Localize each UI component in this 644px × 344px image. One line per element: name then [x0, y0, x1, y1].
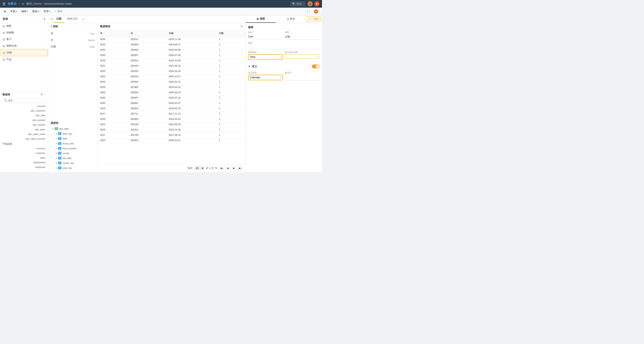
search-bar[interactable]: 🔍 搜索... — [290, 1, 306, 6]
add-tab-button[interactable]: + — [80, 16, 86, 22]
fullscreen-button[interactable]: ⛶ — [306, 9, 311, 14]
entity-icon-sales: ⊞ — [2, 24, 5, 28]
entity-icon-sales-area: ⊞ — [2, 44, 5, 48]
toolbar-query[interactable]: ✓ 查询 — [53, 9, 64, 14]
default-hier-select[interactable]: ▾ — [285, 54, 320, 59]
per-page-select[interactable]: 20 50 100 — [194, 166, 204, 170]
expand-icon-4: ▶ — [56, 147, 57, 149]
tag-field: 标签 日期 — [285, 31, 320, 40]
table-cell: 1 — [216, 52, 245, 58]
sidebar-item-reseller[interactable]: ⊞ 经销商 — [0, 29, 48, 36]
toolbar-data-label: 数据 — [32, 9, 38, 13]
right-tab-data[interactable]: [] 数据 — [276, 15, 306, 23]
sidebar-item-product[interactable]: ⊞ 产品 — [0, 56, 48, 63]
toolbar-data[interactable]: 数据 ▾ — [31, 9, 41, 14]
toolbar-edit[interactable]: 编辑 ▾ — [20, 9, 30, 14]
hier-item-month[interactable]: 月 Month — [48, 37, 97, 43]
dim-type-select[interactable]: Time ▾ — [248, 54, 283, 60]
table-cell: 2021-03-18 — [166, 63, 216, 68]
dim-item-date[interactable]: ▶ D date — [48, 136, 97, 141]
table-search-box[interactable]: 🔍 — [2, 98, 45, 103]
table-item-adv-customer[interactable]: adv_customer — [0, 108, 48, 113]
back-icon[interactable]: ‹ — [19, 2, 20, 5]
hier-item-year[interactable]: 年 Year — [48, 30, 97, 37]
table-row: 20202020012020-01-071 — [98, 100, 245, 106]
table-cell: 1 — [216, 116, 245, 122]
table-item-adv-product[interactable]: adv_product — [0, 118, 48, 122]
dim-item-adv-date[interactable]: ▶ E adv_date — [48, 126, 97, 131]
table-cell: 1 — [216, 79, 245, 84]
menu-icon[interactable]: ☰ — [2, 2, 6, 6]
default-hier-field: 默认层次结构 ▾ — [285, 51, 320, 60]
prev-page-button[interactable]: ◀ — [225, 166, 230, 171]
col-header-month: 月 — [128, 30, 166, 37]
hier-item-date[interactable]: 日期 Date — [48, 43, 97, 50]
refresh-tables-button[interactable]: ↻ — [41, 93, 43, 96]
dim-label-full-date: full_date — [62, 157, 95, 159]
table-item-adv-sales-territory[interactable]: adv_sales_territory — [0, 136, 48, 141]
first-page-button[interactable]: |◀ — [218, 166, 224, 171]
sidebar-title: 实体 — [2, 17, 8, 21]
tag-label: 标签 — [285, 31, 320, 34]
table-cell: 1 — [216, 68, 245, 74]
table-cell: 2019 — [98, 127, 128, 132]
toolbar-grid-icon[interactable]: ⊞ — [2, 9, 8, 14]
entity-label-sales: 销售 — [6, 24, 12, 28]
sidebar-item-sales-area[interactable]: ⊞ 销售区域 — [0, 42, 48, 49]
attr-button[interactable]: ↗ ↗ 属性 — [306, 16, 321, 22]
dim-item-year-key[interactable]: ▶ D year_key — [48, 165, 97, 170]
sidebar-item-customer[interactable]: ⊞ 客户 — [0, 36, 48, 42]
tab-date[interactable]: 日期 — [53, 15, 64, 23]
table-item-employee[interactable]: employee — [0, 165, 48, 169]
toolbar-manage[interactable]: 管理 ▾ — [42, 9, 52, 14]
toolbar-general[interactable]: 常规 ▾ — [8, 9, 19, 14]
dim-item-fiscal-year[interactable]: ▶ D fiscal_year — [48, 141, 97, 146]
dim-table-header: 维度表 — [48, 120, 97, 126]
right-tab-dimension[interactable]: ⊞ 维度 — [246, 15, 276, 23]
table-item-customer[interactable]: customer — [0, 151, 48, 155]
table-item-days[interactable]: days — [0, 155, 48, 160]
settings-icon[interactable]: ⚙ — [22, 2, 24, 5]
toolbar-user-icon[interactable]: U — [312, 8, 320, 14]
next-page-button[interactable]: ▶ — [231, 166, 236, 171]
dim-item-month-key[interactable]: ▶ D month_key — [48, 160, 97, 165]
sidebar-item-sales[interactable]: ⊞ 销售 — [0, 23, 48, 29]
table-item-adv-date[interactable]: adv_date — [0, 113, 48, 118]
hier-month-left: 月 — [51, 38, 53, 42]
sem-type-select[interactable]: Calendar ▾ — [248, 75, 283, 80]
table-item-department[interactable]: department — [0, 160, 48, 165]
sidebar-item-date[interactable]: ⊞ 日期 — [0, 49, 48, 56]
table-item-currency[interactable]: currency — [0, 146, 48, 151]
table-search-input[interactable] — [8, 99, 44, 102]
table-cell: 2018-12-08 — [166, 58, 216, 63]
add-entity-button[interactable]: + — [44, 17, 45, 21]
tab-menu-button[interactable]: ≡ — [50, 16, 53, 22]
top-icons: 👤 🔔 — [308, 1, 320, 6]
dim-item-full-date[interactable]: ▶ D full_date — [48, 156, 97, 160]
notification-icon[interactable]: 🔔 — [314, 1, 320, 6]
badge-d-7: D — [58, 162, 61, 164]
sem-type-label: 语义类型 — [248, 71, 283, 74]
upload-tables-button[interactable]: ↑ — [44, 93, 45, 96]
dim-type-row: 维度类型 Time ▾ 默认层次结构 ▾ — [248, 51, 320, 60]
dim-type-field: 维度类型 Time ▾ — [248, 51, 283, 60]
refresh-preview-button[interactable]: ↻ — [241, 25, 243, 28]
attr-icon: ↗ — [308, 18, 310, 20]
expand-icon-6: ▶ — [56, 157, 57, 159]
user-avatar[interactable]: 👤 — [308, 1, 313, 6]
table-row: 20172017092017-09-101 — [98, 132, 245, 138]
table-row: 20202020072020-07-051 — [98, 52, 245, 58]
dim-item-date-key[interactable]: ▶ D date_key — [48, 131, 97, 136]
expand-icon-8: ▶ — [56, 167, 57, 169]
last-page-button[interactable]: ▶| — [238, 166, 243, 171]
dim-item-month[interactable]: ▶ D month — [48, 151, 97, 156]
tab-fiscal[interactable]: 财务日历 — [64, 15, 80, 23]
semantics-toggle[interactable] — [312, 64, 320, 68]
table-item-adv-reseller[interactable]: adv_reseller — [0, 122, 48, 127]
table-item-adv-sales-order[interactable]: adv_sales_order — [0, 132, 48, 136]
dim-item-fiscal-quarter[interactable]: ▶ D fiscal_quarter — [48, 146, 97, 151]
table-item-adv-sales[interactable]: adv_sales — [0, 127, 48, 132]
table-row: 20182018122018-12-081 — [98, 58, 245, 63]
table-cell: 2020-02-21 — [166, 138, 216, 143]
table-item-account[interactable]: account — [0, 104, 48, 108]
